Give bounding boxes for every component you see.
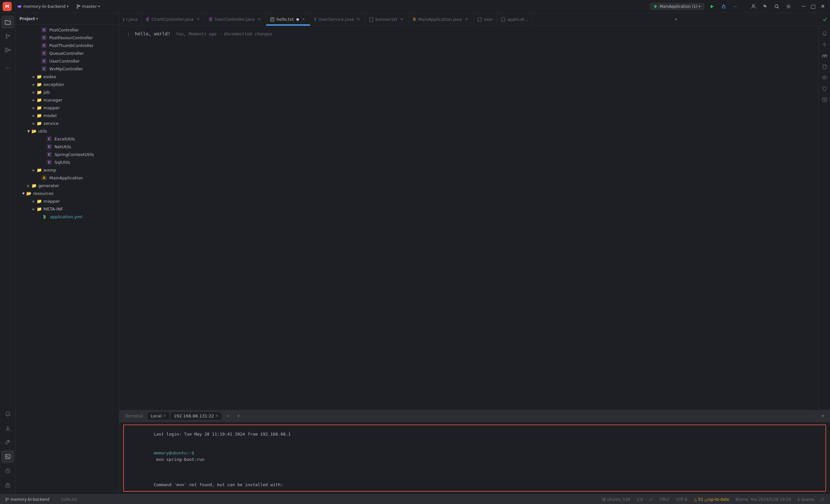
right-m[interactable]: m xyxy=(820,51,829,60)
tree-item-exception[interactable]: ▶ 📁 exception xyxy=(15,81,119,88)
more-button[interactable]: ⋯ xyxy=(730,1,740,12)
activity-git[interactable] xyxy=(1,30,14,43)
tree-item-resources[interactable]: ▼ 📂 resources xyxy=(15,189,119,197)
tab-chartcontroller[interactable]: C ChartController.java ✕ xyxy=(142,13,205,26)
status-server[interactable]: ubuntu_528 xyxy=(601,497,632,502)
tree-item-metainf[interactable]: ▶ 📁 META-INF xyxy=(15,205,119,213)
terminal-close-remote[interactable]: ✕ xyxy=(215,414,218,418)
tab-r-java[interactable]: J r.java xyxy=(119,13,142,26)
tree-item-sqlutils[interactable]: C SqlUtils xyxy=(15,158,119,166)
search-button[interactable] xyxy=(772,1,782,12)
status-blame[interactable]: Blame: You 2024/5/29 10:19 xyxy=(734,497,792,502)
branch-selector[interactable]: master ▾ xyxy=(73,3,102,10)
tree-item-netutils[interactable]: C NetUtils xyxy=(15,143,119,151)
translate-button[interactable] xyxy=(760,1,770,12)
tab-label-ma: MainApplication.java xyxy=(418,17,462,22)
terminal-tab-remote[interactable]: 192.168.88.131:22 ✕ xyxy=(170,412,222,420)
project-selector[interactable]: memory-bi-backend ▾ xyxy=(14,3,71,10)
tab-banner[interactable]: banner.txt ✕ xyxy=(365,13,409,26)
activity-tools[interactable] xyxy=(1,436,14,449)
tree-item-mapper-res[interactable]: ▶ 📁 mapper xyxy=(15,197,119,205)
tree-item-wxmpcontroller[interactable]: C WxMpController xyxy=(15,65,119,73)
tab-mainapplication[interactable]: A MainApplication.java ✕ xyxy=(409,13,473,26)
tree-item-utils[interactable]: ▼ 📂 utils xyxy=(15,127,119,135)
terminal-prompt-1: memory@ubuntu:~$ xyxy=(154,450,194,455)
terminal-tab-local[interactable]: Local ✕ xyxy=(148,412,169,420)
tree-item-queuecontroller[interactable]: C QueueController xyxy=(15,49,119,57)
service-arrow: ▶ xyxy=(31,121,36,126)
status-branch[interactable]: memory-bi-backend xyxy=(4,497,51,502)
tab-userservice[interactable]: I UserService.java ✕ xyxy=(310,13,365,26)
tab-close-uc[interactable]: ✕ xyxy=(257,17,262,22)
resources-arrow: ▼ xyxy=(21,191,26,196)
terminal-tab-terminal[interactable]: Terminal xyxy=(122,412,146,420)
status-vcs[interactable]: △ 52 △/up-to-date xyxy=(693,497,731,502)
run-config[interactable]: MainApplication (1) ▾ xyxy=(650,3,704,10)
tab-user[interactable]: user xyxy=(473,13,497,26)
tree-item-excelutils[interactable]: C ExcelUtils xyxy=(15,135,119,143)
tree-item-postcontroller[interactable]: C PostController xyxy=(15,26,119,34)
terminal-collapse-button[interactable]: ▾ xyxy=(818,412,827,421)
minimize-button[interactable]: ─ xyxy=(799,2,808,11)
status-indent[interactable]: 4 spaces xyxy=(796,497,816,502)
debug-button[interactable] xyxy=(719,1,729,12)
tree-item-usercontroller[interactable]: C UserController xyxy=(15,57,119,65)
terminal-content[interactable]: Last login: Tue May 28 11:19:41 2024 fro… xyxy=(119,422,830,494)
tree-item-model[interactable]: ▶ 📁 model xyxy=(15,112,119,119)
tab-close-us[interactable]: ✕ xyxy=(356,17,361,22)
close-button[interactable]: ✕ xyxy=(818,2,827,11)
tree-item-wxmp[interactable]: ▶ 📁 wxmp xyxy=(15,166,119,174)
status-charset[interactable]: UTF-8 xyxy=(675,497,689,502)
tab-close-banner[interactable]: ✕ xyxy=(399,17,404,22)
status-file[interactable]: hello.txt xyxy=(60,497,78,502)
profile-button[interactable] xyxy=(748,1,759,12)
maximize-button[interactable]: □ xyxy=(808,2,818,11)
editor-content[interactable]: 1 hello, world! You, Moments ago · Uncom… xyxy=(119,26,818,410)
tab-usercontroller[interactable]: C UserController.java ✕ xyxy=(205,13,266,26)
settings-button[interactable] xyxy=(783,1,794,12)
tree-item-application-yml[interactable]: 🍃 application.yml xyxy=(15,213,119,221)
activity-files[interactable] xyxy=(1,15,14,29)
tree-item-postfavourcontroller[interactable]: C PostFavourController xyxy=(15,34,119,41)
tree-item-mainapplication[interactable]: A MainApplication xyxy=(15,174,119,182)
activity-clock[interactable] xyxy=(1,465,14,477)
activity-plugin[interactable] xyxy=(1,479,14,492)
terminal-options-button[interactable]: ⋮ xyxy=(808,412,818,421)
branch-status-icon xyxy=(5,498,9,501)
right-bookmark[interactable] xyxy=(820,62,829,71)
right-settings2[interactable] xyxy=(820,39,829,49)
tree-item-mapper[interactable]: ▶ 📁 mapper xyxy=(15,104,119,112)
tree-item-job[interactable]: ▶ 📁 job xyxy=(15,88,119,96)
tree-item-esdao[interactable]: ▶ 📁 esdao xyxy=(15,73,119,81)
right-notifications[interactable] xyxy=(820,29,829,38)
tree-item-springcontextutils[interactable]: C SpringContextUtils xyxy=(15,151,119,158)
status-position[interactable]: 1:8 xyxy=(635,497,644,502)
tree-item-manager[interactable]: ▶ 📁 manager xyxy=(15,96,119,104)
tab-applicat[interactable]: applicat... xyxy=(497,13,532,26)
right-layout[interactable] xyxy=(820,95,829,104)
right-eye[interactable] xyxy=(820,73,829,83)
tree-item-service[interactable]: ▶ 📁 service xyxy=(15,119,119,127)
tree-item-postthumcontroller[interactable]: C PostThumbController xyxy=(15,41,119,49)
activity-structure[interactable] xyxy=(1,44,14,57)
status-encoding[interactable]: CRLF xyxy=(659,497,671,502)
user-icon xyxy=(751,4,756,9)
svg-line-20 xyxy=(7,49,8,50)
activity-notifications[interactable] xyxy=(1,407,14,420)
run-button[interactable] xyxy=(707,1,717,12)
activity-terminal2[interactable] xyxy=(1,450,14,463)
terminal-close-local[interactable]: ✕ xyxy=(163,414,166,418)
tab-hello-txt[interactable]: hello.txt ✕ xyxy=(266,13,310,26)
tab-more-button[interactable]: ▾ xyxy=(672,17,680,22)
activity-download[interactable] xyxy=(1,421,14,435)
right-shield[interactable] xyxy=(820,84,829,93)
tab-close-chart[interactable]: ✕ xyxy=(195,17,201,22)
tab-close-ma[interactable]: ✕ xyxy=(464,17,469,22)
status-share[interactable] xyxy=(820,497,826,502)
tree-item-generator[interactable]: ▶ 📁 generator xyxy=(15,182,119,189)
status-encoding-icon[interactable] xyxy=(648,497,655,502)
tab-close-hello[interactable]: ✕ xyxy=(301,17,306,22)
terminal-add-button[interactable]: + xyxy=(223,412,233,420)
activity-more[interactable]: ⋯ xyxy=(1,61,14,74)
terminal-dropdown-button[interactable]: ▾ xyxy=(234,412,243,420)
